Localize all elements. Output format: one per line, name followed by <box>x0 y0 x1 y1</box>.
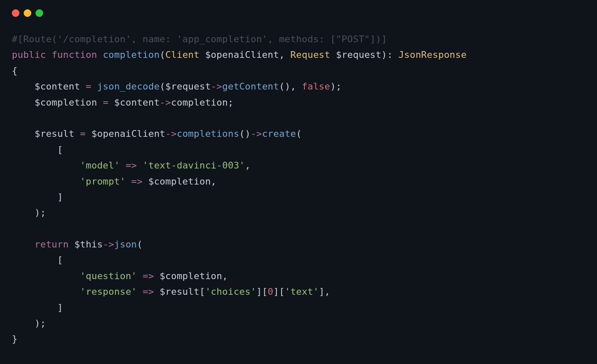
maximize-icon[interactable] <box>36 9 43 17</box>
key-response: 'response' <box>80 286 137 297</box>
call-close-2: ); <box>35 318 46 329</box>
keyword-public: public <box>12 49 46 60</box>
key-model: 'model' <box>80 160 120 171</box>
array-open: [ <box>58 144 63 155</box>
var-request: $request <box>336 49 381 60</box>
var-openai-client: $openaiClient <box>205 49 279 60</box>
fn-json-decode: json_decode <box>97 81 160 92</box>
literal-zero: 0 <box>268 286 273 297</box>
route-attribute: #[Route('/completion', name: 'app_comple… <box>12 34 387 44</box>
array-close-2: ] <box>58 302 63 313</box>
val-model: 'text-davinci-003' <box>142 160 245 171</box>
minimize-icon[interactable] <box>24 9 31 17</box>
window-titlebar <box>0 0 597 19</box>
prop-completion: completion <box>171 97 228 108</box>
var-this: $this <box>74 239 103 250</box>
array-close: ] <box>58 192 63 202</box>
var-result: $result <box>35 128 74 139</box>
key-question: 'question' <box>80 271 137 281</box>
brace-close: } <box>12 334 17 344</box>
var-completion: $completion <box>35 97 97 108</box>
type-jsonresponse: JsonResponse <box>398 49 466 60</box>
array-open-2: [ <box>58 255 63 265</box>
function-name: completion <box>103 49 159 60</box>
var-content: $content <box>35 81 80 92</box>
fn-get-content: getContent <box>222 81 279 92</box>
literal-false: false <box>302 81 330 92</box>
code-window: #[Route('/completion', name: 'app_comple… <box>0 0 597 364</box>
fn-json: json <box>114 239 137 250</box>
code-block: #[Route('/completion', name: 'app_comple… <box>0 19 597 359</box>
call-close: ); <box>35 207 46 218</box>
keyword-function: function <box>52 49 97 60</box>
type-client: Client <box>165 49 200 60</box>
close-icon[interactable] <box>12 9 19 17</box>
fn-completions: completions <box>177 128 239 139</box>
type-request: Request <box>290 49 330 60</box>
fn-create: create <box>262 128 296 139</box>
keyword-return: return <box>35 239 69 250</box>
key-prompt: 'prompt' <box>80 176 126 187</box>
brace-open: { <box>12 65 17 76</box>
